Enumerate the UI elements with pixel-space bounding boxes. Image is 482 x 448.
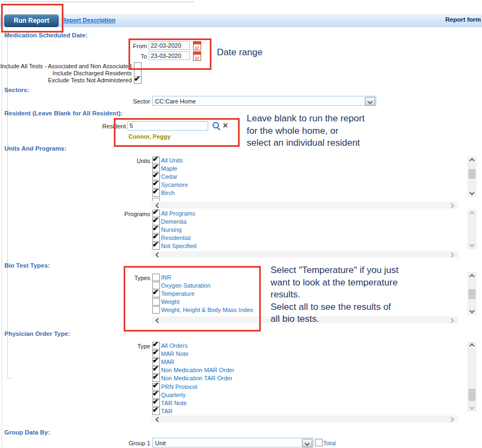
- scroll-down-icon[interactable]: [470, 242, 475, 248]
- scroll-left-icon[interactable]: [156, 318, 161, 323]
- resident-label: Resident: [102, 123, 126, 129]
- scroll-up-icon[interactable]: [470, 274, 475, 280]
- programs-horizontal-scrollbar[interactable]: [151, 251, 458, 258]
- order-type-checkbox[interactable]: [152, 407, 160, 415]
- option-label-include-all-tests: Include All Tests - Associated and Non A…: [0, 63, 132, 69]
- left-inner-border-foot: [7, 378, 11, 379]
- list-item: Residential: [152, 234, 196, 242]
- report-description-link[interactable]: Report Description: [62, 17, 115, 23]
- list-item: [152, 197, 188, 201]
- list-item: PRN Protocol: [152, 382, 234, 391]
- total-checkbox[interactable]: [315, 439, 323, 446]
- units-vertical-scrollbar[interactable]: [467, 156, 477, 197]
- list-item: Quarterly: [152, 391, 234, 399]
- bio-type-checkbox[interactable]: [152, 290, 160, 297]
- resident-annotation: Leave blank to run the report for the wh…: [247, 113, 364, 150]
- scroll-down-icon[interactable]: [470, 308, 475, 314]
- order-type-horizontal-scrollbar[interactable]: [151, 415, 458, 423]
- run-report-button[interactable]: Run Report: [4, 15, 59, 27]
- bio-type-checkbox[interactable]: [152, 306, 160, 314]
- resident-search-icon[interactable]: [212, 121, 221, 130]
- scroll-up-icon[interactable]: [470, 343, 475, 349]
- order-type-label: TAR: [161, 408, 172, 414]
- list-item: Non Medication MAR Order: [152, 366, 234, 374]
- scrollbar-thumb[interactable]: [468, 289, 475, 299]
- list-item: INR: [152, 273, 253, 281]
- scrollbar-thumb[interactable]: [468, 169, 475, 179]
- to-label: To: [140, 53, 147, 60]
- type-label: Type: [137, 343, 150, 349]
- bio-types-vertical-scrollbar[interactable]: [467, 272, 477, 315]
- to-calendar-icon[interactable]: [193, 51, 201, 61]
- physician-order-type-list: All Orders MAR Note MAR Non Medication M…: [152, 341, 234, 415]
- order-type-label: MAR: [161, 359, 174, 365]
- unit-label: Birch: [161, 190, 175, 196]
- unit-checkbox-partial[interactable]: [152, 198, 160, 201]
- list-item: Oxygen Saturation: [152, 281, 253, 289]
- bio-types-annotation: Select "Temperature" if you just want to…: [271, 264, 399, 326]
- units-list: All Units Maple Cedar Sycamore Birch: [152, 156, 188, 201]
- bio-test-types-list: INR Oxygen Saturation Temperature Weight…: [152, 273, 253, 315]
- list-item: MAR: [152, 358, 234, 366]
- bio-type-label: INR: [161, 274, 171, 281]
- programs-vertical-scrollbar[interactable]: [467, 209, 477, 249]
- scroll-right-icon[interactable]: [449, 252, 454, 258]
- group1-select[interactable]: Unit: [152, 438, 313, 447]
- order-type-vertical-scrollbar[interactable]: [467, 341, 477, 412]
- sector-dropdown-button[interactable]: [365, 97, 375, 106]
- resident-input[interactable]: 5: [127, 121, 208, 131]
- scroll-right-icon[interactable]: [449, 318, 454, 323]
- programs-list: All Programs Dementia Nursing Residentia…: [152, 209, 196, 251]
- bio-type-checkbox[interactable]: [152, 274, 160, 281]
- sector-select[interactable]: CC:Care Home: [152, 96, 376, 106]
- bio-type-label: Temperature: [161, 290, 195, 297]
- list-item: Nursing: [152, 225, 196, 233]
- list-item: TAR Note: [152, 399, 234, 407]
- exclude-not-administered-checkbox[interactable]: [134, 76, 142, 84]
- units-horizontal-scrollbar[interactable]: [151, 202, 458, 209]
- bio-type-checkbox[interactable]: [152, 298, 160, 306]
- left-inner-border: [7, 30, 8, 378]
- sector-label: Sector: [133, 98, 150, 105]
- scroll-right-icon[interactable]: [449, 417, 454, 423]
- scroll-right-icon[interactable]: [449, 203, 454, 209]
- group-data-by-heading: Group Data By:: [4, 429, 50, 436]
- include-all-tests-checkbox[interactable]: [134, 62, 142, 70]
- scroll-down-icon[interactable]: [470, 190, 475, 196]
- order-type-label: All Orders: [161, 342, 188, 349]
- list-item: All Orders: [152, 341, 234, 349]
- scroll-left-icon[interactable]: [156, 417, 161, 423]
- order-type-label: TAR Note: [161, 400, 187, 406]
- order-type-label: MAR Note: [161, 350, 189, 357]
- scroll-down-icon[interactable]: [470, 405, 475, 410]
- scroll-left-icon[interactable]: [156, 252, 161, 258]
- option-label-include-discharged: Include Discharged Residents: [53, 70, 132, 76]
- report-setup-page: Run Report Report Description Report for…: [0, 0, 482, 448]
- option-label-exclude-not-administered: Exclude Tests Not Administered: [48, 77, 132, 83]
- program-checkbox[interactable]: [152, 242, 160, 250]
- bio-type-label: Weight: [161, 298, 179, 305]
- programs-label: Programs: [124, 211, 150, 217]
- unit-label: Sycamore: [161, 181, 188, 188]
- resident-clear-icon[interactable]: ×: [223, 121, 228, 130]
- scroll-up-icon[interactable]: [470, 158, 475, 164]
- unit-label: Maple: [161, 165, 177, 172]
- program-label: Nursing: [161, 226, 182, 233]
- list-item: Non Medication TAR Order: [152, 374, 234, 382]
- scroll-left-icon[interactable]: [156, 203, 161, 209]
- order-type-label: PRN Protocol: [161, 384, 197, 390]
- from-label: From: [133, 43, 147, 49]
- bio-type-label: Oxygen Saturation: [161, 282, 210, 289]
- unit-checkbox[interactable]: [152, 189, 160, 197]
- group1-dropdown-button[interactable]: [302, 439, 312, 447]
- scroll-up-icon[interactable]: [470, 211, 475, 217]
- total-label: Total: [323, 440, 336, 446]
- scrollbar-thumb[interactable]: [468, 389, 475, 401]
- unit-label: All Units: [161, 157, 183, 164]
- from-calendar-icon[interactable]: [193, 41, 201, 50]
- to-date-input[interactable]: 23-03-2020: [149, 51, 190, 60]
- bio-test-types-heading: Bio Test Types:: [4, 262, 50, 269]
- from-date-input[interactable]: 22-03-2020: [149, 41, 190, 50]
- list-item: Weight: [152, 298, 253, 306]
- group1-label: Group 1: [128, 440, 150, 446]
